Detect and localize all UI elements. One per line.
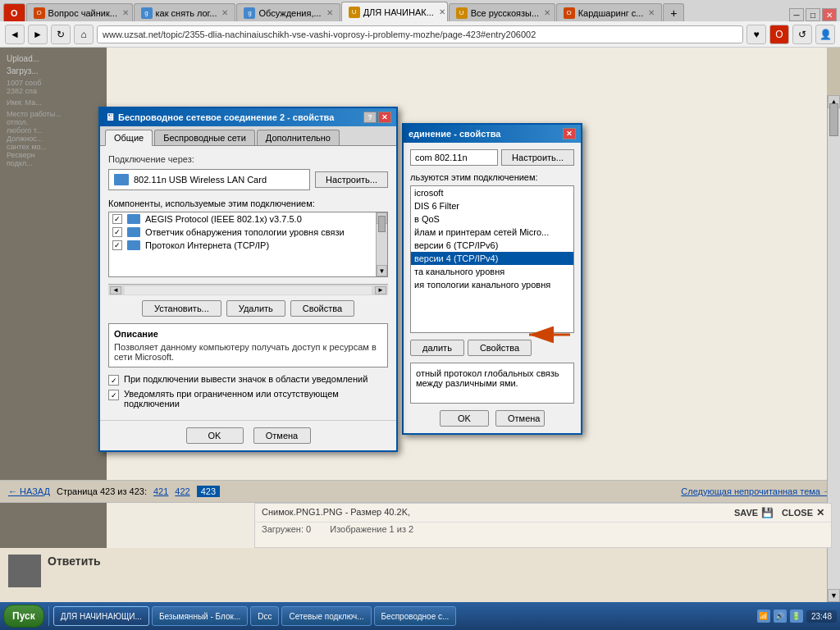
comp2-item-5[interactable]: версии 6 (TCP/IPv6) xyxy=(411,239,573,252)
opera-menu-button[interactable]: O xyxy=(769,25,789,44)
properties-button[interactable]: Свойства xyxy=(290,300,354,317)
checkbox-1-label: При подключении вывести значок в области… xyxy=(124,374,368,384)
comp2-item-8[interactable]: ия топологии канального уровня xyxy=(411,278,573,291)
tab-advanced[interactable]: Дополнительно xyxy=(257,130,340,145)
tab-2[interactable]: g как снять лог... ✕ xyxy=(134,3,236,21)
comp2-item-4[interactable]: йлам и принтерам сетей Micro... xyxy=(411,226,573,239)
close-button-img[interactable]: CLOSE ✕ xyxy=(782,507,824,518)
address-bar[interactable] xyxy=(97,25,743,43)
taskbar-item-5[interactable]: Беспроводное с... xyxy=(374,606,457,626)
close-window-button[interactable]: ✕ xyxy=(822,8,837,21)
page-421-link[interactable]: 421 xyxy=(153,486,168,496)
description-box: Описание Позволяет данному компьютеру по… xyxy=(108,323,388,368)
dialog-close-button[interactable]: ✕ xyxy=(378,112,391,123)
component-item-3[interactable]: ✓ Протокол Интернета (TCP/IP) xyxy=(109,239,387,252)
comp2-item-3[interactable]: в QoS xyxy=(411,212,573,226)
home-button[interactable]: ⌂ xyxy=(74,25,94,44)
component-checkbox-1[interactable]: ✓ xyxy=(112,214,122,224)
component-item-2[interactable]: ✓ Ответчик обнаружения топологии уровня … xyxy=(109,226,387,239)
checkbox-limited: ✓ Уведомлять при ограниченном или отсутс… xyxy=(108,389,388,409)
arrow-annotation xyxy=(525,326,574,345)
stats: 1007 сооб2382 спа xyxy=(7,79,100,95)
upload-label: Upload... xyxy=(7,54,100,63)
components-scrollbar[interactable]: ▲ ▼ xyxy=(376,212,387,276)
checkbox-1[interactable]: ✓ xyxy=(108,375,119,386)
ok-button[interactable]: OK xyxy=(186,427,244,444)
tab-general[interactable]: Общие xyxy=(105,130,153,146)
page-422-link[interactable]: 422 xyxy=(175,486,189,496)
maximize-button[interactable]: □ xyxy=(806,8,820,21)
scroll-thumb[interactable] xyxy=(829,103,838,136)
current-page: 423 xyxy=(197,486,220,497)
minimize-button[interactable]: ─ xyxy=(789,8,804,21)
tab-close-2[interactable]: ✕ xyxy=(221,8,228,17)
comp2-item-2[interactable]: DIS 6 Filter xyxy=(411,199,573,212)
component-icon-3 xyxy=(127,240,140,250)
tab-close-1[interactable]: ✕ xyxy=(122,8,129,17)
horizontal-scrollbar[interactable]: ◄ ► xyxy=(108,284,388,295)
scroll-down[interactable]: ▼ xyxy=(377,265,387,276)
tab-favicon-3: g xyxy=(244,7,255,19)
component-icon-2 xyxy=(127,227,140,237)
browser-chrome: O O Вопрос чайник... ✕ g как снять лог..… xyxy=(0,0,840,48)
image-size: - Размер 40.2K, xyxy=(345,507,410,517)
back-button[interactable]: ◄ xyxy=(5,25,25,44)
dialog-help-button[interactable]: ? xyxy=(363,112,377,123)
account-button[interactable]: 👤 xyxy=(815,25,835,44)
cancel-button-2[interactable]: Отмена xyxy=(495,410,545,427)
component-checkbox-3[interactable]: ✓ xyxy=(112,240,122,250)
dialog-second-footer: OK Отмена xyxy=(410,410,574,427)
tab-add-button[interactable]: + xyxy=(663,3,684,21)
hscroll-left[interactable]: ◄ xyxy=(110,286,121,294)
refresh-button[interactable]: ↺ xyxy=(792,25,812,44)
hscroll-right[interactable]: ► xyxy=(375,286,386,294)
tab-5[interactable]: U Все русскоязы... ✕ xyxy=(449,3,555,21)
network-icon: 📶 xyxy=(757,609,770,623)
remove-button[interactable]: Удалить xyxy=(226,300,285,317)
tab-1[interactable]: O Вопрос чайник... ✕ xyxy=(26,3,133,21)
comp2-label-7: та канального уровня xyxy=(414,267,504,276)
component-checkbox-2[interactable]: ✓ xyxy=(112,227,122,237)
taskbar-item-2[interactable]: Безымянный - Блок... xyxy=(152,606,248,626)
tab-6[interactable]: O Кардшаринг с... ✕ xyxy=(556,3,663,21)
install-button[interactable]: Установить... xyxy=(142,300,221,317)
tab-close-3[interactable]: ✕ xyxy=(326,8,333,17)
next-unread-link[interactable]: Следующая непрочитанная тема → xyxy=(681,486,832,496)
bookmark-button[interactable]: ♥ xyxy=(746,25,766,44)
dialog-second-close-button[interactable]: ✕ xyxy=(563,128,576,139)
component-item-1[interactable]: ✓ AEGIS Protocol (IEEE 802.1x) v3.7.5.0 xyxy=(109,212,387,226)
taskbar-separator xyxy=(48,606,49,626)
scroll-down-arrow[interactable]: ▼ xyxy=(828,589,840,602)
setup-button-2[interactable]: Настроить... xyxy=(501,149,574,166)
taskbar-item-1[interactable]: ДЛЯ НАЧИНАЮЩИ... xyxy=(53,606,149,626)
tab-wireless-networks[interactable]: Беспроводные сети xyxy=(154,130,255,145)
dialog-second-body: com 802.11n Настроить... льзуются этим п… xyxy=(404,143,581,433)
setup-button[interactable]: Настроить... xyxy=(315,171,388,188)
tab-close-6[interactable]: ✕ xyxy=(648,8,655,17)
taskbar-item-3[interactable]: Dcc xyxy=(250,606,279,626)
properties-button-2[interactable]: Свойства xyxy=(468,340,532,356)
hscroll-track[interactable] xyxy=(125,286,372,294)
reload-button[interactable]: ↻ xyxy=(51,25,71,44)
start-button[interactable]: Пуск xyxy=(3,605,44,628)
tab-close-4[interactable]: ✕ xyxy=(439,7,445,16)
scroll-thumb[interactable] xyxy=(378,216,386,232)
tab-4[interactable]: U ДЛЯ НАЧИНАК... ✕ xyxy=(341,2,448,21)
adapter-box: 802.11n USB Wireless LAN Card xyxy=(108,169,310,190)
tab-3[interactable]: g Обсуждения,... ✕ xyxy=(236,3,340,21)
checkbox-2[interactable]: ✓ xyxy=(108,390,119,400)
tab-bar: O O Вопрос чайник... ✕ g как снять лог..… xyxy=(0,0,840,21)
comp2-label-3: в QoS xyxy=(414,214,440,224)
comp2-item-7[interactable]: та канального уровня xyxy=(411,265,573,278)
comp2-item-6[interactable]: версии 4 (TCP/IPv4) xyxy=(411,252,573,265)
tab-close-5[interactable]: ✕ xyxy=(544,8,550,17)
comp2-item-1[interactable]: icrosoft xyxy=(411,186,573,199)
save-button-img[interactable]: SAVE 💾 xyxy=(734,507,774,518)
remove-button-2[interactable]: далить xyxy=(410,340,464,356)
cancel-button[interactable]: Отмена xyxy=(253,427,311,444)
back-link[interactable]: ← НАЗАД xyxy=(8,486,50,496)
forward-button[interactable]: ► xyxy=(28,25,48,44)
taskbar-item-4[interactable]: Сетевые подключ... xyxy=(281,606,371,626)
work-label: Место работы...отпол.любого т...Должнос.… xyxy=(7,110,100,167)
ok-button-2[interactable]: OK xyxy=(440,410,489,427)
